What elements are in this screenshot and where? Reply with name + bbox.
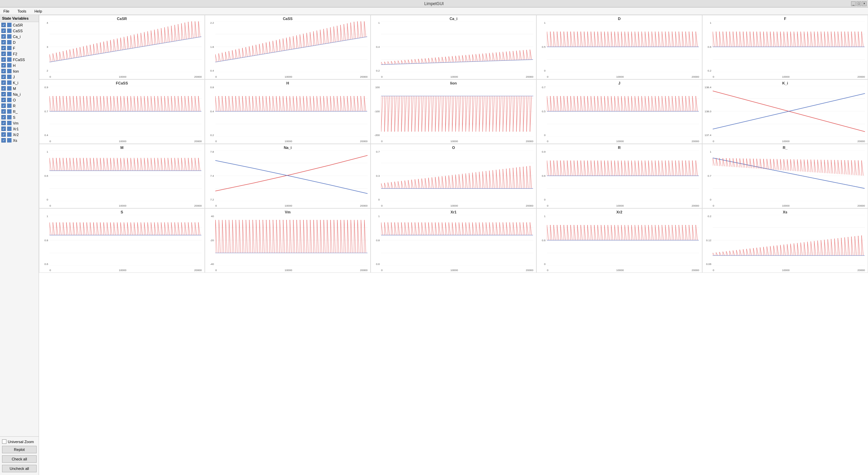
sidebar-checkbox-fcass[interactable] (1, 57, 6, 62)
sidebar-checkbox-f2[interactable] (1, 52, 6, 56)
sidebar-checkbox-cass[interactable] (1, 28, 6, 33)
sidebar-item-m[interactable]: M (0, 86, 39, 91)
chart-canvas-r[interactable] (547, 150, 699, 201)
sidebar-checkbox-xs[interactable] (1, 138, 6, 142)
sidebar-color-m (7, 86, 12, 91)
sidebar-item-na_i[interactable]: Na_i (0, 91, 39, 97)
sidebar-item-r_[interactable]: R_ (0, 109, 39, 114)
chart-canvas-fcass[interactable] (50, 86, 202, 137)
replot-button[interactable]: Replot (2, 446, 37, 453)
chart-canvas-h[interactable] (215, 86, 368, 137)
sidebar-item-fcass[interactable]: FCaSS (0, 57, 39, 62)
sidebar-item-ca_i[interactable]: Ca_i (0, 34, 39, 39)
sidebar-checkbox-k_i[interactable] (1, 80, 6, 85)
chart-canvas-o[interactable] (381, 150, 533, 201)
y-axis-vm: 40-20-40 (205, 215, 215, 266)
chart-canvas-na_i[interactable] (215, 150, 368, 201)
y-axis-cass: 2.21.80.4 (205, 21, 215, 72)
chart-canvas-iion[interactable] (381, 86, 533, 137)
chart-cell-k_i: K_i138.4138.0137.401000020000 (702, 79, 868, 144)
sidebar-checkbox-ca_i[interactable] (1, 34, 6, 39)
sidebar-color-f (7, 46, 12, 50)
sidebar-checkbox-d[interactable] (1, 40, 6, 44)
sidebar-checkbox-xr2[interactable] (1, 132, 6, 137)
sidebar-item-d[interactable]: D (0, 39, 39, 45)
chart-cell-h: H0.80.40.201000020000 (205, 79, 371, 144)
chart-canvas-k_i[interactable] (713, 86, 865, 137)
uncheck-all-button[interactable]: Uncheck all (2, 465, 37, 472)
chart-canvas-r_[interactable] (713, 150, 865, 201)
sidebar-item-r[interactable]: R (0, 103, 39, 109)
sidebar-checkbox-iion[interactable] (1, 69, 6, 73)
sidebar-item-casr[interactable]: CaSR (0, 22, 39, 28)
window-controls[interactable]: _ □ × (851, 1, 867, 6)
universal-zoom-checkbox[interactable] (2, 439, 6, 444)
menu-file[interactable]: File (1, 8, 12, 14)
sidebar-checkbox-casr[interactable] (1, 23, 6, 27)
menu-help[interactable]: Help (32, 8, 44, 14)
x-axis-xr2: 01000020000 (547, 269, 699, 272)
sidebar-item-h[interactable]: H (0, 62, 39, 68)
close-button[interactable]: × (862, 1, 867, 6)
chart-canvas-j[interactable] (547, 86, 699, 137)
chart-canvas-vm[interactable] (215, 215, 368, 266)
sidebar-checkbox-r[interactable] (1, 103, 6, 108)
check-all-button[interactable]: Check all (2, 455, 37, 463)
chart-canvas-casr[interactable] (50, 21, 202, 72)
y-axis-k_i: 138.4138.0137.4 (703, 86, 712, 137)
sidebar-item-s[interactable]: S (0, 114, 39, 120)
sidebar-color-xr1 (7, 127, 12, 131)
chart-canvas-xr2[interactable] (547, 215, 699, 266)
sidebar-checkbox-o[interactable] (1, 98, 6, 102)
sidebar-item-o[interactable]: O (0, 97, 39, 103)
sidebar-item-vm[interactable]: Vm (0, 120, 39, 126)
chart-canvas-m[interactable] (50, 150, 202, 201)
sidebar-label-xr1: Xr1 (13, 127, 19, 131)
menu-tools[interactable]: Tools (16, 8, 28, 14)
sidebar-item-xs[interactable]: Xs (0, 137, 39, 143)
chart-canvas-xr1[interactable] (381, 215, 533, 266)
sidebar-checkbox-m[interactable] (1, 86, 6, 91)
sidebar-checkbox-r_[interactable] (1, 109, 6, 114)
sidebar-item-f2[interactable]: F2 (0, 51, 39, 57)
chart-cell-j: J0.70.5001000020000 (536, 79, 702, 144)
chart-canvas-xs[interactable] (713, 215, 865, 266)
sidebar-color-vm (7, 121, 12, 125)
sidebar-checkbox-f[interactable] (1, 46, 6, 50)
sidebar-checkbox-xr1[interactable] (1, 127, 6, 131)
sidebar-checkbox-vm[interactable] (1, 121, 6, 125)
y-axis-xr1: 10.80.6 (371, 215, 380, 266)
chart-cell-fcass: FCaSS0.90.70.401000020000 (39, 79, 205, 144)
titlebar: LimpetGUI _ □ × (0, 0, 868, 7)
x-axis-iion: 01000020000 (381, 140, 533, 143)
sidebar-item-k_i[interactable]: K_i (0, 80, 39, 86)
sidebar-item-xr2[interactable]: Xr2 (0, 132, 39, 137)
sidebar-item-iion[interactable]: Iion (0, 68, 39, 74)
sidebar-item-xr1[interactable]: Xr1 (0, 126, 39, 132)
chart-canvas-ca_i[interactable] (381, 21, 533, 72)
chart-canvas-d[interactable] (547, 21, 699, 72)
sidebar-color-casr (7, 23, 12, 27)
chart-canvas-cass[interactable] (215, 21, 368, 72)
chart-cell-xr1: Xr110.80.601000020000 (371, 208, 536, 273)
minimize-button[interactable]: _ (851, 1, 856, 6)
sidebar-checkbox-h[interactable] (1, 63, 6, 68)
sidebar-checkbox-s[interactable] (1, 115, 6, 119)
chart-cell-iion: Iion100-100-20001000020000 (371, 79, 536, 144)
chart-cell-na_i: Na_i7.87.47.201000020000 (205, 144, 371, 208)
x-axis-vm: 01000020000 (215, 269, 368, 272)
sidebar-item-f[interactable]: F (0, 45, 39, 51)
sidebar-item-j[interactable]: J (0, 74, 39, 80)
chart-canvas-s[interactable] (50, 215, 202, 266)
x-axis-xs: 01000020000 (713, 269, 865, 272)
sidebar-item-cass[interactable]: CaSS (0, 28, 39, 34)
sidebar-label-r: R (13, 104, 16, 108)
chart-title-k_i: K_i (703, 80, 868, 86)
sidebar-label-j: J (13, 75, 15, 79)
chart-title-xs: Xs (703, 209, 868, 215)
maximize-button[interactable]: □ (856, 1, 861, 6)
chart-canvas-f[interactable] (713, 21, 865, 72)
sidebar-checkbox-j[interactable] (1, 75, 6, 79)
y-axis-casr: 432 (39, 21, 49, 72)
sidebar-checkbox-na_i[interactable] (1, 92, 6, 96)
